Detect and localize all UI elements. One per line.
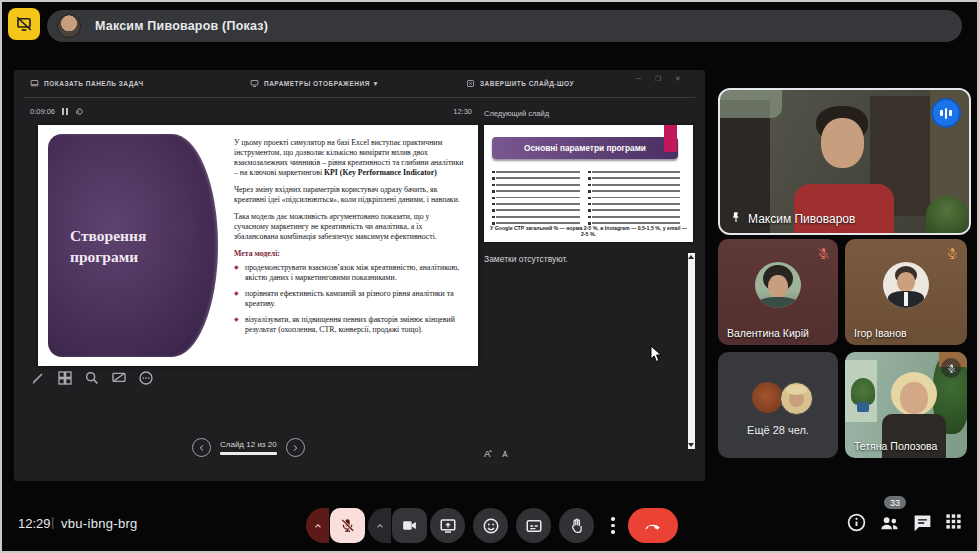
people-icon bbox=[878, 512, 901, 535]
present-screen-button[interactable] bbox=[430, 508, 465, 543]
zoom-slide-icon[interactable] bbox=[84, 370, 100, 386]
mic-off-indicator bbox=[941, 358, 961, 378]
participants-button[interactable] bbox=[878, 512, 901, 535]
slide-paragraph: Така модель дає можливість аргументовано… bbox=[234, 212, 466, 242]
avatar bbox=[752, 382, 783, 413]
slide-paragraph: Через зміну вхідних параметрів користува… bbox=[234, 185, 466, 205]
menu-display-settings[interactable]: ПАРАМЕТРЫ ОТОБРАЖЕНИЯ ▼ bbox=[250, 79, 379, 88]
presenter-pill[interactable]: Максим Пивоваров (Показ) bbox=[47, 10, 962, 42]
clock: 12:30 bbox=[453, 107, 472, 116]
plant bbox=[926, 196, 968, 233]
leave-call-button[interactable] bbox=[628, 508, 678, 543]
meeting-time: 12:29 bbox=[18, 516, 51, 531]
more-options-icon[interactable] bbox=[138, 370, 154, 386]
pen-icon[interactable] bbox=[30, 370, 46, 386]
participant-name: Ігор Іванов bbox=[854, 327, 907, 339]
reactions-button[interactable] bbox=[473, 508, 508, 543]
pause-timer-icon[interactable] bbox=[62, 108, 68, 115]
see-all-slides-icon[interactable] bbox=[57, 370, 73, 386]
bullet-markers bbox=[588, 171, 591, 227]
divider: | bbox=[51, 514, 54, 529]
camera-options-button[interactable] bbox=[368, 508, 391, 543]
menu-end-slideshow[interactable]: ЗАВЕРШИТЬ СЛАЙД-ШОУ bbox=[466, 79, 574, 88]
mic-options-button[interactable] bbox=[306, 508, 329, 543]
presenting-indicator[interactable] bbox=[8, 8, 40, 40]
current-slide: Створення програми У цьому проекті симул… bbox=[38, 125, 478, 366]
presentation-timer: 0:09:06 bbox=[30, 107, 84, 116]
emoji-icon bbox=[482, 517, 500, 535]
slide-bullet: порівняти ефективність кампаній за різно… bbox=[234, 289, 466, 309]
participant-name: Максим Пивоваров bbox=[748, 212, 855, 226]
notes-scrollbar[interactable] bbox=[688, 253, 695, 449]
accent-tab bbox=[664, 125, 677, 152]
mic-toggle-button[interactable] bbox=[330, 508, 365, 543]
chevron-up-icon bbox=[375, 521, 385, 531]
meeting-details-button[interactable] bbox=[846, 512, 867, 533]
window-controls[interactable]: ─ ❐ ✕ bbox=[636, 75, 687, 83]
slide-progress-bar bbox=[220, 452, 277, 455]
speaker-notes: Заметки отсутствуют. bbox=[484, 254, 568, 264]
person-face bbox=[900, 382, 928, 414]
previous-slide-button[interactable] bbox=[192, 438, 211, 457]
video-tile-tetiana[interactable]: Тетяна Полозова bbox=[845, 352, 967, 458]
plant bbox=[851, 378, 875, 405]
chat-button[interactable] bbox=[912, 512, 933, 533]
next-slide-title-banner: Основні параметри програми bbox=[492, 137, 678, 159]
display-icon bbox=[250, 79, 259, 88]
presentation-off-icon bbox=[15, 15, 33, 33]
shared-screen: ПОКАЗАТЬ ПАНЕЛЬ ЗАДАЧ ПАРАМЕТРЫ ОТОБРАЖЕ… bbox=[14, 70, 705, 481]
next-slide-title: Основні параметри програми bbox=[524, 143, 646, 153]
slide-title: Створення програми bbox=[70, 226, 195, 268]
annotation-toolbar bbox=[30, 370, 154, 386]
restart-timer-icon[interactable] bbox=[75, 107, 84, 116]
font-decrease-button[interactable]: А̌ bbox=[502, 450, 507, 459]
person-face bbox=[821, 118, 864, 168]
slide-paragraph: У цьому проекті симулятор на базі Excel … bbox=[234, 138, 466, 178]
slide-bullet: візуалізувати, як підвищення певних факт… bbox=[234, 315, 466, 335]
micro-text-column bbox=[592, 171, 680, 227]
activities-button[interactable] bbox=[944, 512, 963, 531]
meeting-code: vbu-ibng-brg bbox=[61, 516, 138, 531]
notes-font-controls: А̂ А̌ bbox=[484, 448, 508, 459]
audio-activity-indicator bbox=[931, 98, 961, 128]
slide-title-panel: Створення програми bbox=[48, 134, 218, 357]
bullet-markers bbox=[492, 171, 495, 227]
hand-icon bbox=[568, 517, 586, 535]
video-tile-valentyna[interactable]: Валентина Кирій bbox=[718, 239, 838, 345]
camera-icon bbox=[401, 517, 418, 534]
mic-off-icon bbox=[945, 246, 960, 261]
raise-hand-button[interactable] bbox=[559, 508, 594, 543]
avatar bbox=[780, 382, 813, 415]
black-screen-icon[interactable] bbox=[111, 370, 127, 386]
chat-icon bbox=[912, 512, 933, 533]
next-slide-button[interactable] bbox=[286, 438, 305, 457]
meet-window: Максим Пивоваров (Показ) ПОКАЗАТЬ ПАНЕЛЬ… bbox=[0, 0, 979, 553]
font-increase-button[interactable]: А̂ bbox=[484, 448, 490, 459]
captions-icon bbox=[525, 517, 543, 535]
video-tile-ihor[interactable]: Ігор Іванов bbox=[845, 239, 967, 345]
captions-button[interactable] bbox=[516, 508, 551, 543]
slide-goal-heading: Мета моделі: bbox=[234, 249, 466, 259]
window-light bbox=[720, 90, 782, 118]
camera-toggle-button[interactable] bbox=[392, 508, 427, 543]
slide-navigation: Слайд 12 из 20 bbox=[192, 438, 305, 457]
participant-name: Тетяна Полозова bbox=[854, 440, 937, 452]
mic-off-icon bbox=[339, 517, 356, 534]
next-icon bbox=[291, 444, 299, 452]
next-slide-preview: Основні параметри програми У Google СТР … bbox=[484, 125, 693, 242]
presenter-pill-label: Максим Пивоваров (Показ) bbox=[95, 19, 268, 33]
divider bbox=[24, 97, 695, 98]
end-call-icon bbox=[643, 516, 663, 536]
next-slide-label: Следующий слайд bbox=[484, 109, 549, 118]
slide-bullet-list: продемонструвати взаємозв’язок між креат… bbox=[234, 263, 466, 335]
menu-show-taskbar[interactable]: ПОКАЗАТЬ ПАНЕЛЬ ЗАДАЧ bbox=[30, 79, 144, 88]
pin-icon bbox=[729, 211, 743, 225]
more-controls-button[interactable] bbox=[604, 508, 622, 543]
video-tile-maksym[interactable]: Максим Пивоваров bbox=[718, 88, 971, 235]
more-participants-tile[interactable]: Ещё 28 чел. bbox=[718, 352, 838, 458]
more-participants-count: Ещё 28 чел. bbox=[718, 424, 838, 436]
next-slide-footer: У Google СТР загальний % — норма 2-5 %, … bbox=[490, 225, 687, 237]
slide-bullet: продемонструвати взаємозв’язок між креат… bbox=[234, 263, 466, 283]
apps-grid-icon bbox=[944, 512, 963, 531]
participant-count-badge: 33 bbox=[884, 496, 906, 509]
